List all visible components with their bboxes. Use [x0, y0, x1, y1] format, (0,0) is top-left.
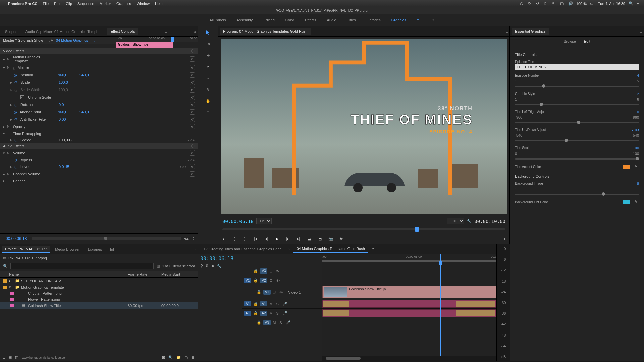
- bluetooth-icon[interactable]: ᛒ: [544, 1, 549, 6]
- twirl-icon[interactable]: ▾: [3, 131, 6, 136]
- new-bin-icon[interactable]: 📁: [176, 355, 181, 360]
- freeform-view-icon[interactable]: ◫: [15, 355, 18, 360]
- timeline-settings-icon[interactable]: 🔧: [217, 264, 221, 268]
- workspace-libraries[interactable]: Libraries: [367, 18, 381, 22]
- lift-button[interactable]: ⬓: [306, 236, 312, 242]
- tab-info[interactable]: Inf: [107, 246, 117, 253]
- reset-button[interactable]: ↺: [190, 80, 195, 85]
- eg-graphic-style-value[interactable]: 2: [637, 92, 639, 96]
- program-scrub-handle[interactable]: [415, 227, 419, 232]
- stopwatch-icon[interactable]: ◷: [14, 73, 18, 77]
- close-tab-icon[interactable]: ×: [288, 247, 290, 251]
- stopwatch-icon[interactable]: ◷: [14, 117, 19, 122]
- mute-icon[interactable]: M: [269, 311, 274, 315]
- eg-bg-image-value[interactable]: 8: [637, 182, 639, 186]
- twirl-icon[interactable]: ▸: [9, 279, 15, 283]
- reset-button[interactable]: ↺: [190, 56, 195, 62]
- add-marker-icon[interactable]: ◆: [211, 264, 214, 268]
- clock[interactable]: Tue 4. Apr 16:39: [598, 2, 625, 6]
- button-editor-button[interactable]: ＋: [501, 236, 507, 242]
- find-icon[interactable]: 🔍: [168, 355, 173, 360]
- col-name[interactable]: Name: [9, 272, 128, 276]
- trash-icon[interactable]: 🗑: [191, 355, 195, 360]
- twirl-icon[interactable]: ▸: [10, 165, 13, 169]
- lock-icon[interactable]: 🔒: [253, 302, 258, 306]
- filter-bin-icon[interactable]: ▥: [156, 264, 160, 268]
- ec-timeremap[interactable]: Time Remapping: [13, 132, 50, 136]
- stopwatch-icon[interactable]: ◷: [14, 138, 19, 142]
- eg-episode-number-value[interactable]: 4: [637, 74, 639, 78]
- stopwatch-icon[interactable]: ◷: [14, 88, 19, 92]
- panel-menu-icon[interactable]: ≡: [165, 29, 167, 34]
- eye-icon[interactable]: 👁: [276, 279, 281, 283]
- keyframe-toggle-icon[interactable]: [191, 144, 196, 148]
- keyframe-toggle-icon[interactable]: [191, 49, 196, 53]
- workspace-menu-icon[interactable]: ≡: [417, 18, 419, 22]
- col-mediastart[interactable]: Media Start: [161, 272, 195, 276]
- eg-accent-color-swatch[interactable]: [623, 165, 630, 169]
- ec-current-time[interactable]: 00:00:06:18: [3, 235, 30, 242]
- extract-button[interactable]: ⬒: [317, 236, 323, 242]
- track-output-icon[interactable]: ⊡: [269, 269, 274, 273]
- workspace-titles[interactable]: Titles: [347, 18, 356, 22]
- icon-view-icon[interactable]: ▦: [8, 355, 12, 360]
- ec-mogrt[interactable]: Motion Graphics Template: [13, 55, 50, 63]
- tab-program[interactable]: Program: 04 Motion Graphics Templates Go…: [220, 28, 311, 35]
- panel-overflow[interactable]: »: [194, 247, 196, 251]
- slip-tool-icon[interactable]: ↔: [205, 75, 211, 81]
- workspace-editing[interactable]: Editing: [263, 18, 275, 22]
- project-bin-row[interactable]: ▸📁SEE YOU AROUND ASS: [0, 278, 198, 284]
- menu-marker[interactable]: Marker: [100, 2, 111, 6]
- project-item-row[interactable]: ▫Flower_Pattern.png: [0, 296, 198, 302]
- workspace-audio[interactable]: Audio: [327, 18, 336, 22]
- twirl-icon[interactable]: ▸: [10, 138, 13, 142]
- workspace-effects[interactable]: Effects: [305, 18, 316, 22]
- export-frame-button[interactable]: 📷: [328, 236, 334, 242]
- ec-loop-icon[interactable]: ⟲▸: [184, 237, 189, 241]
- src-patch-v1[interactable]: V1: [244, 278, 251, 283]
- eyedropper-icon[interactable]: ✎: [634, 164, 639, 169]
- track-output-icon[interactable]: ⊡: [273, 290, 277, 294]
- track-target-a3[interactable]: A3: [263, 320, 271, 325]
- eg-bg-tint-swatch[interactable]: [623, 200, 630, 204]
- mark-in-button[interactable]: {: [231, 236, 237, 242]
- ec-channel-volume[interactable]: Channel Volume: [13, 172, 50, 176]
- twirl-icon[interactable]: ▸: [10, 88, 13, 92]
- ec-playhead[interactable]: [171, 37, 174, 42]
- comparison-view-button[interactable]: fx: [338, 236, 344, 242]
- ec-uniform-checkbox[interactable]: ✓: [20, 95, 24, 99]
- col-framerate[interactable]: Frame Rate: [128, 272, 161, 276]
- ec-position-x[interactable]: 960,0: [58, 73, 78, 77]
- airplay-icon[interactable]: ▢: [560, 1, 565, 6]
- menu-graphics[interactable]: Graphics: [116, 2, 131, 6]
- timeline-playhead[interactable]: [440, 254, 441, 361]
- timeline-timecode[interactable]: 00:00:06:18: [200, 256, 239, 262]
- ec-scale-v[interactable]: 100,0: [59, 80, 79, 84]
- tab-scopes[interactable]: Scopes: [2, 28, 21, 35]
- program-timecode-right[interactable]: 00:00:10:00: [474, 219, 505, 224]
- twirl-icon[interactable]: ▸: [10, 117, 13, 122]
- eg-title-ud-value[interactable]: -103: [632, 128, 639, 132]
- new-item-icon[interactable]: ▢: [184, 355, 188, 360]
- settings-wrench-icon[interactable]: 🔧: [467, 219, 472, 223]
- timeline-ruler[interactable]: :00 00:00:05:00 00:0: [322, 254, 496, 266]
- fx-badge-icon[interactable]: fx: [7, 172, 12, 176]
- timeline-tab-03[interactable]: 03 Creating Titles and Essential Graphic…: [201, 246, 286, 252]
- volume-icon[interactable]: 🔊: [568, 1, 573, 6]
- eye-icon[interactable]: 👁: [276, 269, 281, 273]
- history-icon[interactable]: ↺: [536, 1, 541, 6]
- stopwatch-icon[interactable]: ◷: [14, 103, 19, 107]
- reset-button[interactable]: ↺: [190, 124, 195, 129]
- reset-button[interactable]: ↺: [190, 102, 195, 107]
- eg-title-ud-slider[interactable]: [515, 140, 639, 141]
- ec-clip-bar[interactable]: Goldrush Show Title: [116, 42, 173, 48]
- linked-selection-icon[interactable]: ⇵: [206, 264, 209, 268]
- workspace-overflow[interactable]: »: [432, 18, 434, 22]
- timeline-clip-a1[interactable]: [322, 300, 496, 308]
- automate-to-sequence-icon[interactable]: ⊞: [162, 355, 165, 360]
- menu-window[interactable]: Window: [137, 2, 150, 6]
- project-search-input[interactable]: [10, 263, 154, 269]
- direct-manip-icon[interactable]: ⬚: [13, 66, 16, 70]
- battery-icon[interactable]: ▭: [590, 1, 595, 6]
- bin-up-icon[interactable]: ▭: [3, 256, 6, 260]
